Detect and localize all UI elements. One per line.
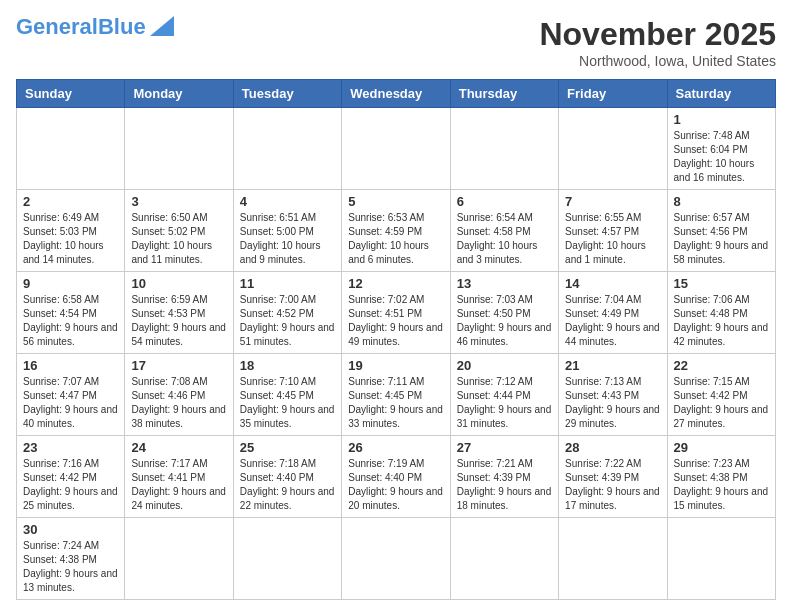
calendar-header-sunday: Sunday xyxy=(17,80,125,108)
calendar-cell: 5Sunrise: 6:53 AM Sunset: 4:59 PM Daylig… xyxy=(342,190,450,272)
day-number: 16 xyxy=(23,358,118,373)
calendar-cell: 27Sunrise: 7:21 AM Sunset: 4:39 PM Dayli… xyxy=(450,436,558,518)
location: Northwood, Iowa, United States xyxy=(539,53,776,69)
day-number: 24 xyxy=(131,440,226,455)
day-info: Sunrise: 6:49 AM Sunset: 5:03 PM Dayligh… xyxy=(23,211,118,267)
calendar-cell: 3Sunrise: 6:50 AM Sunset: 5:02 PM Daylig… xyxy=(125,190,233,272)
logo-general: General xyxy=(16,14,98,39)
calendar-cell: 13Sunrise: 7:03 AM Sunset: 4:50 PM Dayli… xyxy=(450,272,558,354)
day-info: Sunrise: 7:15 AM Sunset: 4:42 PM Dayligh… xyxy=(674,375,769,431)
day-number: 10 xyxy=(131,276,226,291)
day-info: Sunrise: 6:54 AM Sunset: 4:58 PM Dayligh… xyxy=(457,211,552,267)
calendar-cell: 19Sunrise: 7:11 AM Sunset: 4:45 PM Dayli… xyxy=(342,354,450,436)
day-info: Sunrise: 6:59 AM Sunset: 4:53 PM Dayligh… xyxy=(131,293,226,349)
day-number: 27 xyxy=(457,440,552,455)
day-info: Sunrise: 6:53 AM Sunset: 4:59 PM Dayligh… xyxy=(348,211,443,267)
calendar-header-friday: Friday xyxy=(559,80,667,108)
calendar-cell: 11Sunrise: 7:00 AM Sunset: 4:52 PM Dayli… xyxy=(233,272,341,354)
calendar-week-1: 2Sunrise: 6:49 AM Sunset: 5:03 PM Daylig… xyxy=(17,190,776,272)
calendar-cell xyxy=(233,518,341,600)
calendar-cell: 22Sunrise: 7:15 AM Sunset: 4:42 PM Dayli… xyxy=(667,354,775,436)
day-number: 20 xyxy=(457,358,552,373)
day-info: Sunrise: 7:13 AM Sunset: 4:43 PM Dayligh… xyxy=(565,375,660,431)
day-number: 11 xyxy=(240,276,335,291)
day-number: 18 xyxy=(240,358,335,373)
day-info: Sunrise: 6:55 AM Sunset: 4:57 PM Dayligh… xyxy=(565,211,660,267)
day-number: 17 xyxy=(131,358,226,373)
day-number: 9 xyxy=(23,276,118,291)
day-info: Sunrise: 7:21 AM Sunset: 4:39 PM Dayligh… xyxy=(457,457,552,513)
day-info: Sunrise: 6:51 AM Sunset: 5:00 PM Dayligh… xyxy=(240,211,335,267)
day-number: 7 xyxy=(565,194,660,209)
day-info: Sunrise: 7:07 AM Sunset: 4:47 PM Dayligh… xyxy=(23,375,118,431)
day-info: Sunrise: 7:12 AM Sunset: 4:44 PM Dayligh… xyxy=(457,375,552,431)
calendar-cell xyxy=(450,518,558,600)
day-info: Sunrise: 7:08 AM Sunset: 4:46 PM Dayligh… xyxy=(131,375,226,431)
calendar-cell xyxy=(342,108,450,190)
day-number: 29 xyxy=(674,440,769,455)
day-number: 19 xyxy=(348,358,443,373)
calendar-header-row: SundayMondayTuesdayWednesdayThursdayFrid… xyxy=(17,80,776,108)
day-info: Sunrise: 7:24 AM Sunset: 4:38 PM Dayligh… xyxy=(23,539,118,595)
day-info: Sunrise: 7:22 AM Sunset: 4:39 PM Dayligh… xyxy=(565,457,660,513)
day-number: 4 xyxy=(240,194,335,209)
day-number: 30 xyxy=(23,522,118,537)
calendar-cell xyxy=(559,518,667,600)
calendar-cell: 15Sunrise: 7:06 AM Sunset: 4:48 PM Dayli… xyxy=(667,272,775,354)
day-number: 21 xyxy=(565,358,660,373)
day-number: 13 xyxy=(457,276,552,291)
header: GeneralBlue November 2025 Northwood, Iow… xyxy=(16,16,776,69)
calendar-week-3: 16Sunrise: 7:07 AM Sunset: 4:47 PM Dayli… xyxy=(17,354,776,436)
day-info: Sunrise: 7:16 AM Sunset: 4:42 PM Dayligh… xyxy=(23,457,118,513)
day-number: 15 xyxy=(674,276,769,291)
day-info: Sunrise: 7:48 AM Sunset: 6:04 PM Dayligh… xyxy=(674,129,769,185)
day-info: Sunrise: 7:19 AM Sunset: 4:40 PM Dayligh… xyxy=(348,457,443,513)
calendar-cell: 16Sunrise: 7:07 AM Sunset: 4:47 PM Dayli… xyxy=(17,354,125,436)
calendar-cell xyxy=(559,108,667,190)
calendar-week-0: 1Sunrise: 7:48 AM Sunset: 6:04 PM Daylig… xyxy=(17,108,776,190)
calendar-cell xyxy=(125,108,233,190)
day-info: Sunrise: 7:23 AM Sunset: 4:38 PM Dayligh… xyxy=(674,457,769,513)
day-info: Sunrise: 6:58 AM Sunset: 4:54 PM Dayligh… xyxy=(23,293,118,349)
calendar-week-4: 23Sunrise: 7:16 AM Sunset: 4:42 PM Dayli… xyxy=(17,436,776,518)
calendar-cell xyxy=(125,518,233,600)
day-info: Sunrise: 7:02 AM Sunset: 4:51 PM Dayligh… xyxy=(348,293,443,349)
day-info: Sunrise: 6:57 AM Sunset: 4:56 PM Dayligh… xyxy=(674,211,769,267)
calendar-cell: 24Sunrise: 7:17 AM Sunset: 4:41 PM Dayli… xyxy=(125,436,233,518)
calendar-cell: 7Sunrise: 6:55 AM Sunset: 4:57 PM Daylig… xyxy=(559,190,667,272)
day-info: Sunrise: 6:50 AM Sunset: 5:02 PM Dayligh… xyxy=(131,211,226,267)
calendar-cell: 28Sunrise: 7:22 AM Sunset: 4:39 PM Dayli… xyxy=(559,436,667,518)
calendar-cell: 9Sunrise: 6:58 AM Sunset: 4:54 PM Daylig… xyxy=(17,272,125,354)
calendar-header-thursday: Thursday xyxy=(450,80,558,108)
calendar-week-5: 30Sunrise: 7:24 AM Sunset: 4:38 PM Dayli… xyxy=(17,518,776,600)
day-number: 12 xyxy=(348,276,443,291)
calendar-cell: 14Sunrise: 7:04 AM Sunset: 4:49 PM Dayli… xyxy=(559,272,667,354)
calendar-cell: 8Sunrise: 6:57 AM Sunset: 4:56 PM Daylig… xyxy=(667,190,775,272)
day-number: 2 xyxy=(23,194,118,209)
calendar-cell: 12Sunrise: 7:02 AM Sunset: 4:51 PM Dayli… xyxy=(342,272,450,354)
day-number: 28 xyxy=(565,440,660,455)
day-number: 25 xyxy=(240,440,335,455)
calendar-header-wednesday: Wednesday xyxy=(342,80,450,108)
day-number: 22 xyxy=(674,358,769,373)
logo-icon xyxy=(150,16,174,36)
calendar-cell: 29Sunrise: 7:23 AM Sunset: 4:38 PM Dayli… xyxy=(667,436,775,518)
calendar-cell: 23Sunrise: 7:16 AM Sunset: 4:42 PM Dayli… xyxy=(17,436,125,518)
calendar-cell xyxy=(233,108,341,190)
logo-text: GeneralBlue xyxy=(16,16,146,38)
day-info: Sunrise: 7:11 AM Sunset: 4:45 PM Dayligh… xyxy=(348,375,443,431)
logo: GeneralBlue xyxy=(16,16,174,38)
day-number: 6 xyxy=(457,194,552,209)
calendar-cell xyxy=(667,518,775,600)
day-number: 1 xyxy=(674,112,769,127)
calendar-cell: 2Sunrise: 6:49 AM Sunset: 5:03 PM Daylig… xyxy=(17,190,125,272)
calendar-header-monday: Monday xyxy=(125,80,233,108)
title-area: November 2025 Northwood, Iowa, United St… xyxy=(539,16,776,69)
calendar-cell: 4Sunrise: 6:51 AM Sunset: 5:00 PM Daylig… xyxy=(233,190,341,272)
day-number: 3 xyxy=(131,194,226,209)
calendar-cell: 18Sunrise: 7:10 AM Sunset: 4:45 PM Dayli… xyxy=(233,354,341,436)
day-number: 23 xyxy=(23,440,118,455)
day-number: 14 xyxy=(565,276,660,291)
calendar-cell xyxy=(342,518,450,600)
calendar-header-saturday: Saturday xyxy=(667,80,775,108)
